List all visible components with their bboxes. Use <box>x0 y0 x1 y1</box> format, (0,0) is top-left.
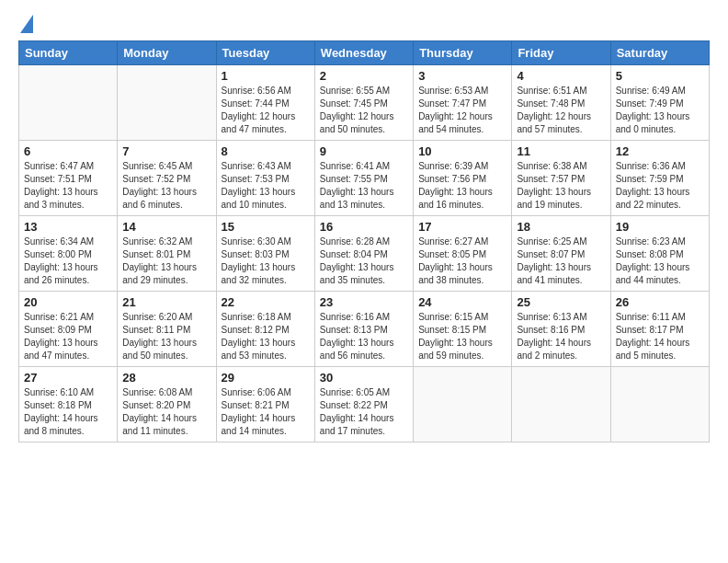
day-info: Sunrise: 6:38 AM Sunset: 7:57 PM Dayligh… <box>517 160 605 212</box>
calendar-week-row: 27Sunrise: 6:10 AM Sunset: 8:18 PM Dayli… <box>19 367 710 442</box>
day-info: Sunrise: 6:55 AM Sunset: 7:45 PM Dayligh… <box>320 85 408 136</box>
day-number: 16 <box>320 220 408 234</box>
calendar-cell <box>610 367 709 442</box>
weekday-header-wednesday: Wednesday <box>314 41 413 65</box>
calendar-cell: 15Sunrise: 6:30 AM Sunset: 8:03 PM Dayli… <box>216 216 314 292</box>
day-number: 4 <box>517 69 605 83</box>
day-number: 23 <box>320 295 408 309</box>
day-info: Sunrise: 6:43 AM Sunset: 7:53 PM Dayligh… <box>222 160 310 212</box>
calendar-week-row: 13Sunrise: 6:34 AM Sunset: 8:00 PM Dayli… <box>19 216 710 292</box>
calendar-cell: 24Sunrise: 6:15 AM Sunset: 8:15 PM Dayli… <box>414 292 512 367</box>
calendar-cell: 9Sunrise: 6:41 AM Sunset: 7:55 PM Daylig… <box>314 141 413 216</box>
day-number: 5 <box>616 69 704 83</box>
calendar-cell <box>19 65 118 141</box>
day-number: 24 <box>418 295 506 309</box>
day-info: Sunrise: 6:23 AM Sunset: 8:08 PM Dayligh… <box>616 236 704 287</box>
weekday-header-friday: Friday <box>512 41 610 65</box>
day-info: Sunrise: 6:15 AM Sunset: 8:15 PM Dayligh… <box>418 311 506 362</box>
calendar-cell: 28Sunrise: 6:08 AM Sunset: 8:20 PM Dayli… <box>118 367 216 442</box>
calendar-cell: 30Sunrise: 6:05 AM Sunset: 8:22 PM Dayli… <box>314 367 413 442</box>
day-number: 1 <box>222 69 310 83</box>
day-number: 26 <box>616 295 704 309</box>
calendar-week-row: 1Sunrise: 6:56 AM Sunset: 7:44 PM Daylig… <box>19 65 710 141</box>
calendar-table: SundayMondayTuesdayWednesdayThursdayFrid… <box>18 40 710 442</box>
calendar-cell: 13Sunrise: 6:34 AM Sunset: 8:00 PM Dayli… <box>19 216 118 292</box>
day-number: 29 <box>222 371 310 385</box>
day-number: 9 <box>320 144 408 158</box>
day-info: Sunrise: 6:10 AM Sunset: 8:18 PM Dayligh… <box>24 386 112 438</box>
logo-triangle-icon <box>20 15 33 33</box>
day-info: Sunrise: 6:41 AM Sunset: 7:55 PM Dayligh… <box>320 160 408 212</box>
day-info: Sunrise: 6:27 AM Sunset: 8:05 PM Dayligh… <box>418 236 506 287</box>
calendar-week-row: 20Sunrise: 6:21 AM Sunset: 8:09 PM Dayli… <box>19 292 710 367</box>
day-info: Sunrise: 6:08 AM Sunset: 8:20 PM Dayligh… <box>122 386 210 438</box>
day-number: 8 <box>222 144 310 158</box>
day-number: 19 <box>616 220 704 234</box>
calendar-cell <box>512 367 610 442</box>
calendar-cell: 6Sunrise: 6:47 AM Sunset: 7:51 PM Daylig… <box>19 141 118 216</box>
weekday-header-monday: Monday <box>118 41 216 65</box>
logo <box>18 15 33 31</box>
day-number: 13 <box>24 220 112 234</box>
day-info: Sunrise: 6:56 AM Sunset: 7:44 PM Dayligh… <box>222 85 310 136</box>
calendar-cell: 27Sunrise: 6:10 AM Sunset: 8:18 PM Dayli… <box>19 367 118 442</box>
calendar-week-row: 6Sunrise: 6:47 AM Sunset: 7:51 PM Daylig… <box>19 141 710 216</box>
header <box>18 15 710 31</box>
day-number: 30 <box>320 371 408 385</box>
day-info: Sunrise: 6:32 AM Sunset: 8:01 PM Dayligh… <box>122 236 210 287</box>
day-number: 11 <box>517 144 605 158</box>
day-info: Sunrise: 6:18 AM Sunset: 8:12 PM Dayligh… <box>222 311 310 362</box>
day-number: 12 <box>616 144 704 158</box>
weekday-header-row: SundayMondayTuesdayWednesdayThursdayFrid… <box>19 41 710 65</box>
calendar-cell: 4Sunrise: 6:51 AM Sunset: 7:48 PM Daylig… <box>512 65 610 141</box>
day-info: Sunrise: 6:25 AM Sunset: 8:07 PM Dayligh… <box>517 236 605 287</box>
calendar-cell: 25Sunrise: 6:13 AM Sunset: 8:16 PM Dayli… <box>512 292 610 367</box>
day-number: 6 <box>24 144 112 158</box>
day-info: Sunrise: 6:30 AM Sunset: 8:03 PM Dayligh… <box>222 236 310 287</box>
calendar-cell <box>414 367 512 442</box>
calendar-cell: 26Sunrise: 6:11 AM Sunset: 8:17 PM Dayli… <box>610 292 709 367</box>
calendar-cell: 8Sunrise: 6:43 AM Sunset: 7:53 PM Daylig… <box>216 141 314 216</box>
day-number: 2 <box>320 69 408 83</box>
day-number: 22 <box>222 295 310 309</box>
day-info: Sunrise: 6:34 AM Sunset: 8:00 PM Dayligh… <box>24 236 112 287</box>
calendar-cell: 20Sunrise: 6:21 AM Sunset: 8:09 PM Dayli… <box>19 292 118 367</box>
calendar-cell: 17Sunrise: 6:27 AM Sunset: 8:05 PM Dayli… <box>414 216 512 292</box>
day-info: Sunrise: 6:16 AM Sunset: 8:13 PM Dayligh… <box>320 311 408 362</box>
calendar-cell: 18Sunrise: 6:25 AM Sunset: 8:07 PM Dayli… <box>512 216 610 292</box>
calendar-cell: 16Sunrise: 6:28 AM Sunset: 8:04 PM Dayli… <box>314 216 413 292</box>
calendar-cell: 29Sunrise: 6:06 AM Sunset: 8:21 PM Dayli… <box>216 367 314 442</box>
day-info: Sunrise: 6:05 AM Sunset: 8:22 PM Dayligh… <box>320 386 408 438</box>
weekday-header-sunday: Sunday <box>19 41 118 65</box>
day-number: 28 <box>122 371 210 385</box>
calendar-cell <box>118 65 216 141</box>
calendar-cell: 2Sunrise: 6:55 AM Sunset: 7:45 PM Daylig… <box>314 65 413 141</box>
calendar-page: SundayMondayTuesdayWednesdayThursdayFrid… <box>0 0 728 563</box>
day-info: Sunrise: 6:06 AM Sunset: 8:21 PM Dayligh… <box>222 386 310 438</box>
day-info: Sunrise: 6:11 AM Sunset: 8:17 PM Dayligh… <box>616 311 704 362</box>
weekday-header-thursday: Thursday <box>414 41 512 65</box>
logo-text <box>18 15 33 35</box>
day-number: 10 <box>418 144 506 158</box>
day-number: 25 <box>517 295 605 309</box>
calendar-cell: 3Sunrise: 6:53 AM Sunset: 7:47 PM Daylig… <box>414 65 512 141</box>
calendar-cell: 11Sunrise: 6:38 AM Sunset: 7:57 PM Dayli… <box>512 141 610 216</box>
calendar-cell: 19Sunrise: 6:23 AM Sunset: 8:08 PM Dayli… <box>610 216 709 292</box>
calendar-cell: 7Sunrise: 6:45 AM Sunset: 7:52 PM Daylig… <box>118 141 216 216</box>
day-info: Sunrise: 6:39 AM Sunset: 7:56 PM Dayligh… <box>418 160 506 212</box>
calendar-cell: 14Sunrise: 6:32 AM Sunset: 8:01 PM Dayli… <box>118 216 216 292</box>
weekday-header-saturday: Saturday <box>610 41 709 65</box>
day-info: Sunrise: 6:36 AM Sunset: 7:59 PM Dayligh… <box>616 160 704 212</box>
day-info: Sunrise: 6:45 AM Sunset: 7:52 PM Dayligh… <box>122 160 210 212</box>
day-number: 7 <box>122 144 210 158</box>
day-number: 3 <box>418 69 506 83</box>
day-number: 15 <box>222 220 310 234</box>
day-number: 14 <box>122 220 210 234</box>
calendar-cell: 21Sunrise: 6:20 AM Sunset: 8:11 PM Dayli… <box>118 292 216 367</box>
calendar-cell: 12Sunrise: 6:36 AM Sunset: 7:59 PM Dayli… <box>610 141 709 216</box>
day-info: Sunrise: 6:53 AM Sunset: 7:47 PM Dayligh… <box>418 85 506 136</box>
calendar-cell: 1Sunrise: 6:56 AM Sunset: 7:44 PM Daylig… <box>216 65 314 141</box>
day-info: Sunrise: 6:21 AM Sunset: 8:09 PM Dayligh… <box>24 311 112 362</box>
day-info: Sunrise: 6:51 AM Sunset: 7:48 PM Dayligh… <box>517 85 605 136</box>
day-info: Sunrise: 6:47 AM Sunset: 7:51 PM Dayligh… <box>24 160 112 212</box>
